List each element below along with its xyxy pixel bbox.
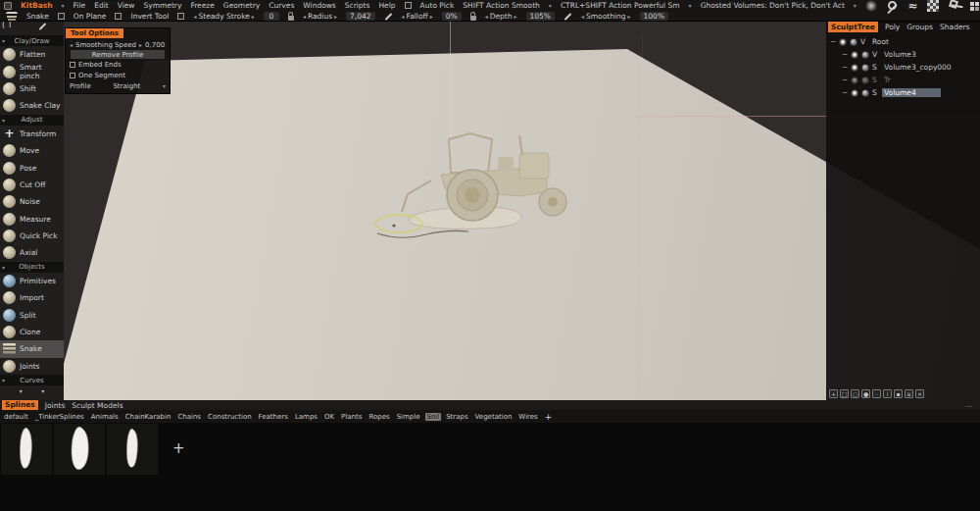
category-vegetation[interactable]: Vegetation <box>473 413 514 421</box>
menu-scripts[interactable]: Scripts <box>345 1 370 10</box>
tool-snake-clay[interactable]: Snake Clay <box>0 97 64 114</box>
chevron-down-icon[interactable]: ▾ <box>854 2 857 9</box>
collapse-icon[interactable]: − <box>842 50 848 59</box>
menu-geometry[interactable]: Geometry <box>223 1 260 10</box>
tree-row-tr[interactable]: − S Tr <box>826 74 980 86</box>
add-volume-icon[interactable]: + <box>829 389 838 398</box>
tab-groups[interactable]: Groups <box>906 23 933 31</box>
category-lamps[interactable]: Lamps <box>293 413 319 421</box>
circle-icon[interactable]: ○ <box>851 389 859 398</box>
visibility-eye-icon[interactable] <box>839 38 847 46</box>
tool-pose[interactable]: Pose <box>0 159 64 176</box>
shader-sphere-icon[interactable] <box>861 64 869 72</box>
tool-options-tab[interactable]: Tool Options <box>66 28 123 38</box>
tool-axial[interactable]: Axial <box>0 244 64 261</box>
steady-stroke-value[interactable]: 0 <box>264 12 279 21</box>
category-chains[interactable]: Chains <box>175 413 203 421</box>
auto-pick-checkbox[interactable] <box>405 2 412 9</box>
remove-profile-button[interactable]: Remove Profile <box>71 50 165 59</box>
volume-name-selected[interactable]: Volume4 <box>882 88 941 97</box>
chevron-down-icon[interactable]: ▾ <box>163 82 166 89</box>
embed-ends-checkbox[interactable] <box>70 62 75 68</box>
tool-measure[interactable]: Measure <box>0 211 64 228</box>
visibility-eye-icon[interactable] <box>851 89 858 97</box>
menu-freeze[interactable]: Freeze <box>190 1 214 10</box>
tool-cut-off[interactable]: Cut Off <box>0 177 64 193</box>
tool-quick-pick[interactable]: Quick Pick <box>0 228 64 244</box>
radius-value[interactable]: 7,042 <box>346 12 374 21</box>
tool-move[interactable]: Move <box>0 142 64 159</box>
falloff-value[interactable]: 0% <box>442 12 462 21</box>
lock-icon[interactable] <box>288 16 294 21</box>
delete-icon[interactable]: × <box>915 389 924 398</box>
stroke-mode-icons[interactable]: ( T <box>2 22 13 29</box>
chevron-down-icon[interactable]: ▾ <box>549 2 552 9</box>
smoothing-spinner[interactable]: ◂Smoothing▸ <box>581 12 631 21</box>
tool-split[interactable]: Split <box>0 306 64 323</box>
spline-thumbnail-3[interactable] <box>107 424 158 475</box>
collapse-icon[interactable]: − <box>830 37 836 46</box>
ghosted-volumes-dropdown[interactable]: Ghosted Volumes: Don't Pick, Don't Act <box>701 1 845 10</box>
menu-view[interactable]: View <box>118 1 135 10</box>
section-clay-draw[interactable]: ▾Clay/Draw <box>0 35 64 46</box>
visibility-eye-icon[interactable] <box>851 77 858 84</box>
radius-spinner[interactable]: ◂Radius▸ <box>303 12 337 21</box>
chevron-down-icon[interactable]: ▾ <box>62 2 65 9</box>
tool-noise[interactable]: Noise <box>0 193 64 210</box>
category-wires[interactable]: Wires <box>516 413 539 421</box>
tool-joints[interactable]: Joints <box>0 358 64 375</box>
tool-primitives[interactable]: Primitives <box>0 273 64 289</box>
menu-curves[interactable]: Curves <box>269 1 294 10</box>
more-options[interactable]: ... <box>965 400 972 409</box>
collapse-icon[interactable]: − <box>842 63 848 72</box>
category-simple[interactable]: Simple <box>395 413 422 421</box>
one-segment-checkbox[interactable] <box>70 73 75 78</box>
shift-action-dropdown[interactable]: SHIFT Action Smooth <box>463 1 540 10</box>
category-ropes[interactable]: Ropes <box>367 413 391 421</box>
add-category-button[interactable]: + <box>543 412 555 422</box>
tree-row-volume3[interactable]: − V Volume3 <box>826 48 980 61</box>
category-plants[interactable]: Plants <box>339 413 364 421</box>
tree-row-volume3-copy[interactable]: − S Volume3_copy000 <box>826 61 980 74</box>
chevron-down-icon[interactable]: ▾ <box>689 2 692 9</box>
category-default[interactable]: default <box>2 413 30 421</box>
shader-sphere-icon[interactable] <box>861 89 869 97</box>
section-adjust[interactable]: ▾Adjust <box>0 115 64 126</box>
toolbar-scroll-arrows[interactable]: ▾▾ <box>0 385 64 395</box>
shader-sphere-icon[interactable] <box>850 38 858 46</box>
tree-row-volume4[interactable]: − S Volume4 <box>826 86 980 99</box>
tab-poly[interactable]: Poly <box>885 23 900 31</box>
menu-help[interactable]: Help <box>378 1 395 10</box>
visibility-eye-icon[interactable] <box>851 51 858 59</box>
collapse-icon[interactable]: − <box>842 88 848 97</box>
box-icon[interactable]: ▪ <box>894 389 903 398</box>
collapse-icon[interactable]: − <box>842 76 848 84</box>
smoothing-speed-value[interactable]: 0,700 <box>145 41 165 49</box>
shader-sphere-icon[interactable] <box>861 77 869 84</box>
ctrl-shift-action-dropdown[interactable]: CTRL+SHIFT Action Powerful Sm <box>561 1 680 10</box>
category-chainkarabin[interactable]: ChainKarabin <box>123 413 173 421</box>
invert-tool-checkbox[interactable] <box>115 13 122 20</box>
category-animals[interactable]: Animals <box>89 413 121 421</box>
spline-thumbnail-1[interactable] <box>1 424 52 475</box>
tab-sculpttree[interactable]: SculptTree <box>828 22 878 32</box>
pen-pressure-icon[interactable] <box>564 13 572 21</box>
falloff-spinner[interactable]: ◂Falloff▸ <box>402 12 433 21</box>
category-soil[interactable]: Soil <box>425 413 442 421</box>
sphere-icon[interactable]: ● <box>861 389 870 398</box>
tab-splines[interactable]: Splines <box>2 400 38 410</box>
tab-shaders[interactable]: Shaders <box>940 23 969 31</box>
category-straps[interactable]: Straps <box>444 413 469 421</box>
stroke-pen-icon[interactable] <box>38 23 46 30</box>
menu-symmetry[interactable]: Symmetry <box>143 1 181 10</box>
tool-shift[interactable]: Shift <box>0 80 64 97</box>
profile-dropdown[interactable]: Straight <box>113 82 140 90</box>
depth-spinner[interactable]: ◂Depth▸ <box>485 12 517 21</box>
info-icon[interactable]: i <box>883 389 892 398</box>
tool-clone[interactable]: Clone <box>0 324 64 340</box>
tool-smart-pinch[interactable]: Smart pinch <box>0 63 64 79</box>
smoothing-value[interactable]: 100% <box>640 12 668 21</box>
lock-icon[interactable] <box>470 16 476 21</box>
visibility-eye-icon[interactable] <box>851 64 858 72</box>
volume-name[interactable]: Root <box>870 37 891 46</box>
